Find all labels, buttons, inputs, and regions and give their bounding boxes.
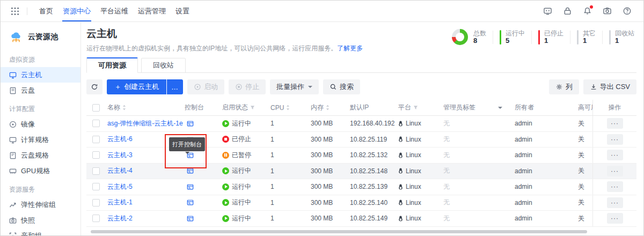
help-icon[interactable]	[623, 6, 632, 16]
row-more-actions-button[interactable]: ···	[607, 166, 623, 176]
sidebar-item-快照[interactable]: 快照	[1, 212, 80, 228]
batch-actions-button[interactable]: 批量操作	[270, 79, 319, 94]
actions-cell: ···	[592, 164, 636, 179]
row-more-actions-button[interactable]: ···	[607, 134, 623, 145]
stat-divider	[531, 31, 532, 44]
sidebar-item-云盘[interactable]: 云盘	[1, 83, 80, 98]
filter-icon[interactable]	[250, 105, 255, 110]
search-button[interactable]: 搜索	[323, 79, 360, 94]
status-cell: 已暂停	[221, 151, 269, 160]
learn-more-link[interactable]: 了解更多	[337, 45, 363, 52]
nav-item-5[interactable]: 设置	[171, 1, 194, 21]
scrollbar-thumb[interactable]	[91, 230, 587, 233]
sidebar-item-云主机[interactable]: 云主机	[1, 67, 80, 83]
row-checkbox-cell	[86, 120, 106, 127]
default-ip-cell: 10.82.25.132	[348, 151, 397, 159]
image-icon	[9, 121, 17, 128]
stat-divider	[570, 31, 570, 44]
row-more-actions-button[interactable]: ···	[607, 150, 623, 160]
column-label: 管理员标签	[443, 103, 475, 112]
select-all-checkbox[interactable]	[92, 104, 100, 112]
sidebar-section-label: 计算配置	[1, 98, 80, 116]
chevron-down-icon[interactable]	[498, 107, 502, 111]
create-vm-more-button[interactable]: …	[167, 79, 183, 94]
default-ip-cell: 10.82.25.119	[348, 136, 397, 143]
console-icon[interactable]	[187, 183, 194, 190]
row-more-actions-button[interactable]: ···	[607, 118, 623, 129]
sidebar-item-镜像[interactable]: 镜像	[1, 116, 80, 132]
nav-item-3[interactable]: 平台运维	[96, 1, 133, 21]
sidebar-item-弹性伸缩组[interactable]: 弹性伸缩组	[1, 197, 80, 212]
row-checkbox[interactable]	[92, 151, 100, 159]
column-label: CPU	[270, 104, 284, 112]
message-icon[interactable]	[543, 6, 552, 16]
platform-text: Linux	[406, 136, 421, 143]
row-more-actions-button[interactable]: ···	[607, 213, 623, 224]
export-csv-button[interactable]: 导出 CSV	[583, 79, 636, 94]
vm-name-link[interactable]: asg-弹性伸缩组-云主机-1e2fc	[106, 119, 183, 128]
sidebar-item-亲和组[interactable]: 亲和组	[1, 228, 80, 236]
admin-tag-cell: 无	[442, 198, 513, 207]
row-checkbox[interactable]	[92, 167, 100, 175]
apps-grid-icon[interactable]	[10, 6, 20, 16]
admin-tag-cell: 无	[442, 214, 513, 223]
console-icon[interactable]	[187, 120, 194, 127]
console-icon[interactable]	[187, 199, 194, 206]
vm-name-link[interactable]: 云主机-5	[106, 182, 183, 191]
console-cell	[183, 167, 221, 174]
vm-name-link[interactable]: 云主机-4	[106, 166, 183, 175]
refresh-button[interactable]	[86, 79, 103, 94]
status-text: 运行中	[232, 198, 251, 207]
vm-name-link[interactable]: 云主机-3	[106, 151, 183, 160]
status-text: 运行中	[232, 182, 251, 191]
owner-cell: admin	[513, 120, 576, 127]
vm-name-link[interactable]: 云主机-2	[106, 214, 183, 223]
bell-icon[interactable]	[583, 6, 592, 16]
lock-icon[interactable]	[563, 6, 572, 16]
sort-icon[interactable]	[326, 105, 330, 110]
tab-回收站[interactable]: 回收站	[141, 58, 186, 73]
tab-可用资源[interactable]: 可用资源	[86, 57, 138, 73]
sidebar-item-计算规格[interactable]: 计算规格	[1, 132, 80, 148]
row-checkbox-cell	[86, 151, 106, 159]
create-vm-button[interactable]: ＋ 创建云主机	[107, 79, 166, 94]
console-icon[interactable]	[187, 215, 194, 222]
sort-icon[interactable]	[286, 105, 290, 110]
horizontal-scrollbar	[86, 230, 636, 234]
owner-cell: admin	[513, 136, 576, 143]
sidebar-item-云盘规格[interactable]: 云盘规格	[1, 148, 80, 163]
nav-item-2[interactable]: 资源中心	[58, 1, 96, 21]
row-checkbox[interactable]	[92, 199, 100, 206]
nav-item-4[interactable]: 运营管理	[133, 1, 171, 21]
sidebar-section-label: 虚拟资源	[1, 49, 80, 67]
row-checkbox[interactable]	[92, 136, 100, 143]
platform-cell: Linux	[397, 199, 442, 206]
camera-icon[interactable]	[603, 6, 612, 16]
stat-label: 运行中	[506, 30, 525, 37]
platform-text: Linux	[406, 167, 421, 175]
row-checkbox[interactable]	[92, 215, 100, 222]
stop-button[interactable]: 停止	[229, 79, 266, 94]
row-more-actions-button[interactable]: ···	[607, 197, 623, 208]
gpu-icon	[9, 167, 17, 175]
stat-label: 已停止	[544, 30, 564, 37]
stat-divider	[602, 31, 603, 44]
sort-icon[interactable]	[122, 105, 126, 110]
row-more-actions-button[interactable]: ···	[607, 181, 623, 192]
sidebar-item-GPU规格[interactable]: GPU规格	[1, 163, 80, 179]
columns-button[interactable]: 列	[549, 79, 579, 94]
vm-name-link[interactable]: 云主机-1	[106, 198, 183, 207]
column-label: 启用状态	[222, 103, 248, 112]
actions-cell: ···	[592, 132, 636, 148]
nav-item-1[interactable]: 首页	[34, 1, 58, 21]
start-button[interactable]: 启动	[187, 79, 224, 94]
row-checkbox[interactable]	[92, 183, 100, 190]
console-icon[interactable]	[187, 167, 194, 174]
row-checkbox[interactable]	[92, 120, 100, 127]
actions-cell: ···	[592, 148, 636, 163]
filter-icon[interactable]	[413, 105, 418, 110]
stat-运行中: 运行中5	[486, 30, 525, 45]
memory-cell: 300 MB	[309, 151, 348, 159]
resource-pool-header[interactable]: 云资源池	[1, 28, 80, 49]
stop-circle-icon	[235, 83, 243, 91]
